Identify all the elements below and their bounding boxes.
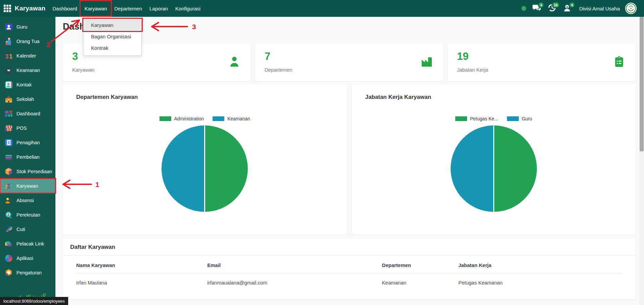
sidebar-label: Cuti (16, 227, 25, 232)
legend-swatch-blue (213, 116, 224, 121)
user-icon (228, 55, 241, 68)
sidebar-label: Pelacak Link (16, 241, 44, 246)
sidebar-item-pos[interactable]: POS (0, 121, 55, 135)
col-jabatan[interactable]: Jabatan Kerja (458, 256, 622, 274)
table-row[interactable]: Irfan Maulana irfanmaualana@gmail.com Ke… (76, 274, 622, 292)
requests-badge: 4 (569, 2, 575, 8)
clipboard-icon (613, 55, 626, 68)
chart-card-jabatan: Jabatan Kerja Karyawan Petugas Ke... Gur… (352, 84, 636, 234)
user-name[interactable]: Divisi Amal Usaha (579, 6, 620, 11)
sidebar-item-kontak[interactable]: Kontak (0, 77, 55, 92)
nav-item-departemen[interactable]: Departemen (110, 1, 146, 15)
col-email[interactable]: Email (207, 256, 382, 274)
sidebar-item-penagihan[interactable]: $ Penagihan (0, 135, 55, 150)
sidebar-label: Keamanan (16, 68, 40, 73)
factory-icon (420, 55, 433, 68)
employee-table-card: Daftar Karyawan Nama Karyawan Email Depa… (63, 238, 636, 299)
main-content: Dashboard 3 Karyawan 7 Departemen 19 Jab… (55, 17, 639, 305)
sidebar-item-perekrutan[interactable]: Perekrutan (0, 207, 55, 222)
vertical-scrollbar[interactable] (639, 17, 644, 305)
sidebar-label: Sekolah (16, 97, 34, 102)
legend-entry-administration[interactable]: Administration (159, 116, 204, 121)
stat-card-departemen[interactable]: 7 Departemen (255, 43, 443, 81)
legend-entry-guru[interactable]: Guru (507, 116, 532, 121)
legend-label: Guru (522, 116, 532, 121)
sidebar-item-pembelian[interactable]: Pembelian (0, 150, 55, 164)
sidebar-label: Karyawan (16, 183, 38, 189)
requests-button[interactable]: $ 4 (562, 3, 572, 13)
legend-swatch-blue (507, 116, 519, 121)
page-title: Dashboard (63, 22, 636, 34)
sidebar-item-stok-persediaan[interactable]: Stok Persediaan (0, 164, 55, 179)
sidebar-label: Stok Persediaan (16, 169, 52, 174)
apps-grid-icon[interactable] (3, 4, 11, 12)
pie-chart-jabatan (451, 125, 537, 212)
link-status-bar: localhost:8069/odoo/employees (0, 297, 68, 305)
stat-value: 19 (457, 51, 626, 62)
keamanan-icon (4, 66, 13, 75)
sidebar-label: Aplikasi (16, 256, 33, 261)
sidebar-item-pelacak-link[interactable]: Pelacak Link (0, 236, 55, 251)
user-avatar[interactable] (625, 3, 637, 14)
cuti-icon (4, 225, 13, 234)
sidebar: Guru Orang Tua 31 Kalender Keamanan Kont… (0, 17, 55, 305)
col-nama[interactable]: Nama Karyawan (76, 256, 207, 274)
pie-wrap (365, 125, 623, 212)
svg-text:1: 1 (9, 52, 12, 60)
sidebar-item-aplikasi[interactable]: Aplikasi (0, 251, 55, 265)
messages-button[interactable]: 4 (532, 3, 542, 13)
sidebar-label: Kontak (16, 82, 32, 87)
orang-tua-icon (4, 37, 13, 46)
sidebar-item-absensi[interactable]: Absensi (0, 193, 55, 207)
dropdown-item-bagan-organisasi[interactable]: Bagan Organisasi (84, 31, 141, 42)
activities-button[interactable]: 16 (547, 3, 557, 13)
chart-title: Jabatan Kerja Karyawan (365, 94, 623, 101)
scrollbar-thumb[interactable] (640, 17, 644, 151)
dropdown-item-karyawan[interactable]: Karyawan (84, 19, 141, 31)
sidebar-item-kalender[interactable]: 31 Kalender (0, 48, 55, 63)
sidebar-label: Absensi (16, 198, 34, 203)
dashboard-icon (4, 109, 13, 118)
cell-nama: Irfan Maulana (76, 274, 207, 292)
dropdown-item-kontrak[interactable]: Kontrak (84, 42, 141, 53)
cell-jabatan: Petugas Keamanan (458, 274, 622, 292)
pengaturan-icon (4, 268, 13, 277)
sidebar-item-orang-tua[interactable]: Orang Tua (0, 34, 55, 48)
sidebar-item-cuti[interactable]: Cuti (0, 222, 55, 236)
nav-item-karyawan[interactable]: Karyawan (81, 1, 111, 15)
chart-title: Departemen Karyawan (76, 94, 333, 101)
aplikasi-icon (4, 254, 13, 263)
karyawan-dropdown-menu: Karyawan Bagan Organisasi Kontrak (83, 17, 142, 56)
legend-label: Petugas Ke... (470, 116, 498, 121)
legend-label: Administration (174, 116, 204, 121)
cell-departemen: Keamanan (382, 274, 459, 292)
chart-legend: Administration Keamanan (76, 116, 333, 121)
legend-entry-petugas[interactable]: Petugas Ke... (455, 116, 498, 121)
col-departemen[interactable]: Departemen (382, 256, 459, 274)
table-header-row: Nama Karyawan Email Departemen Jabatan K… (76, 256, 622, 274)
pembelian-icon (4, 152, 13, 161)
stat-card-jabatan-kerja[interactable]: 19 Jabatan Kerja (448, 43, 636, 81)
sidebar-item-dashboard[interactable]: Dashboard (0, 106, 55, 121)
svg-text:$: $ (566, 5, 568, 9)
kalender-icon: 31 (4, 51, 13, 60)
nav-item-konfigurasi[interactable]: Konfigurasi (172, 1, 204, 15)
legend-entry-keamanan[interactable]: Keamanan (213, 116, 250, 121)
sidebar-item-keamanan[interactable]: Keamanan (0, 63, 55, 77)
guru-icon (4, 22, 13, 31)
sidebar-item-guru[interactable]: Guru (0, 20, 55, 34)
sidebar-item-pengaturan[interactable]: Pengaturan (0, 265, 55, 280)
sidebar-item-sekolah[interactable]: Sekolah (0, 92, 55, 106)
sidebar-label: Pengaturan (16, 270, 42, 275)
cell-email: irfanmaualana@gmail.com (207, 274, 382, 292)
nav-item-laporan[interactable]: Laporan (146, 1, 172, 15)
legend-swatch-green (455, 116, 467, 121)
charts-row: Departemen Karyawan Administration Keama… (63, 84, 636, 234)
sidebar-item-karyawan[interactable]: Karyawan (0, 179, 55, 193)
sidebar-label: Dashboard (16, 111, 40, 116)
nav-item-dashboard[interactable]: Dashboard (49, 1, 81, 15)
pie-divider (493, 125, 494, 212)
sidebar-label: Pembelian (16, 154, 40, 160)
stat-label: Karyawan (72, 67, 241, 73)
pie-chart-departemen (162, 125, 248, 212)
